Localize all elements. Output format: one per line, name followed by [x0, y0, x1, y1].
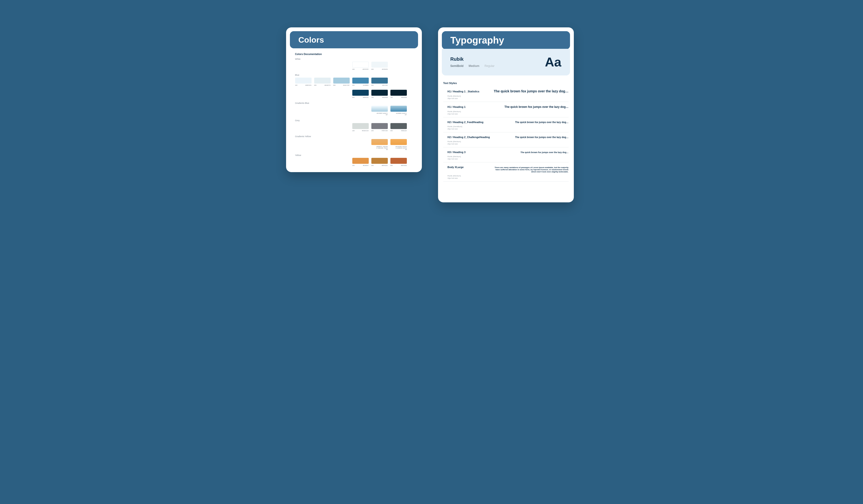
swatch-strip: #F4FBFF #A6CCDF#4288B1 #A6CCDF	[295, 106, 413, 115]
swatch-meta: 200#E4EFF3	[314, 85, 330, 86]
font-panel-left: Rubik SemiBold Medium Regular	[450, 56, 499, 67]
swatch-hex: #F0F6F9	[382, 68, 388, 70]
swatch-level: 100	[352, 68, 355, 70]
swatch-meta: 100#EBF4FA	[295, 85, 312, 86]
text-style-sample: The quick brown fox jumps over the lazy …	[504, 105, 568, 109]
color-chip	[390, 158, 407, 164]
colors-card: Colors Colors Documentation White100#FFF…	[286, 27, 422, 172]
color-chip	[352, 123, 369, 129]
swatch-meta: 100#E39547	[352, 165, 369, 166]
swatch-level: 300	[390, 165, 393, 166]
swatch: #F4AE5B, EFA248, E99D44, EFA248	[390, 139, 407, 150]
color-chip	[390, 123, 407, 129]
text-style-name: H1 / Heading 1	[443, 105, 466, 108]
text-style-head: H3 / Heading 3The quick brown fox jumps …	[443, 151, 568, 153]
swatch: 200#7B7C84	[371, 123, 388, 131]
swatch: 700#062638	[371, 90, 388, 98]
swatch-meta: 600#0B4161	[352, 97, 369, 98]
swatch: 700#062638	[390, 90, 407, 98]
color-row-label: White	[295, 58, 413, 60]
swatch-meta: 500#367295	[371, 85, 388, 86]
color-chip	[352, 62, 369, 67]
colors-banner-title: Colors	[299, 35, 324, 45]
swatch-strip: #EBB371, EEA958, EBA451, F0AA58#F4AE5B, …	[295, 139, 413, 150]
swatch-hex: #EBF4FA	[305, 85, 312, 86]
swatch-hex: #062638	[401, 97, 407, 98]
text-style-row: H2 / Heading 2_ChallengeHeadingThe quick…	[443, 133, 568, 147]
swatch-hex: #E39547	[363, 165, 368, 166]
swatch-empty	[333, 62, 350, 70]
text-style-sample: The quick brown fox jumps over the lazy …	[494, 89, 568, 93]
color-chip	[352, 90, 369, 96]
swatch-empty	[295, 139, 312, 150]
swatch-hex: #A6CCDF	[343, 85, 349, 86]
color-row: 600#0B4161700#062638700#062638	[295, 90, 413, 98]
swatch-strip: 100#EBF4FA200#E4EFF3300#A6CCDF400#4288B1…	[295, 78, 413, 86]
font-weights: SemiBold Medium Regular	[450, 64, 499, 67]
color-chip	[371, 78, 388, 84]
color-row-label: Yellow	[295, 154, 413, 156]
swatch-meta: 700#062638	[371, 97, 388, 98]
text-styles-label: Text Styles	[443, 81, 570, 85]
swatch-empty	[314, 123, 330, 131]
swatch-hex: #4288B1	[363, 85, 368, 86]
typography-card: Typography Rubik SemiBold Medium Regular…	[438, 27, 574, 202]
text-style-head: H1 / Heading 1The quick brown fox jumps …	[443, 105, 568, 109]
color-row: White100#FFFFFF200#F0F6F9	[295, 58, 413, 70]
text-style-size: 20px font size	[443, 128, 568, 130]
text-style-row: H1 / Heading 1The quick brown fox jumps …	[443, 102, 568, 117]
swatch-hex: #596164	[401, 130, 407, 131]
swatch-strip: 100#D6DCDA200#7B7C84300#596164	[295, 123, 413, 131]
text-style-row: H1 / Heading 1 _StatisticsThe quick brow…	[443, 86, 568, 102]
swatch: 100#D6DCDA	[352, 123, 369, 131]
swatch: 100#FFFFFF	[352, 62, 369, 70]
text-style-name: H3 / Heading 3	[443, 151, 466, 153]
font-name: Rubik	[450, 56, 499, 62]
swatch-hex: #D6DCDA	[362, 130, 368, 131]
text-style-size: 28px font size	[443, 98, 568, 99]
text-style-head: Body XLargeThere are many variations of …	[443, 166, 568, 173]
typography-banner-title: Typography	[450, 35, 504, 46]
text-style-name: H2 / Heading 2_FeedHeading	[443, 121, 484, 124]
color-chip	[390, 106, 407, 112]
swatch-empty	[295, 158, 312, 166]
swatch-level: 500	[371, 85, 374, 86]
text-style-font: Rubik (Medium)	[443, 111, 568, 113]
color-row-label: Gradients Yellow	[295, 135, 413, 138]
swatch-level: 300	[390, 130, 393, 131]
color-chip	[371, 139, 388, 145]
text-style-name: H1 / Heading 1 _Statistics	[443, 90, 479, 93]
text-style-font: Rubik (Medium)	[443, 155, 568, 158]
swatch-empty	[333, 139, 350, 150]
swatch-empty	[314, 158, 330, 166]
swatch-meta: 700#062638	[390, 97, 407, 98]
swatch: 200#F0F6F9	[371, 62, 388, 70]
color-chip	[295, 78, 312, 84]
text-style-sample: There are many variations of passages of…	[490, 166, 568, 173]
swatch: #EBB371, EEA958, EBA451, F0AA58	[371, 139, 388, 150]
swatch-hex: #BF6536	[401, 165, 407, 166]
swatch-meta: 100#D6DCDA	[352, 130, 369, 131]
color-chip	[371, 123, 388, 129]
color-rows: White100#FFFFFF200#F0F6F9Blue100#EBF4FA2…	[290, 58, 418, 166]
weight-medium: Medium	[468, 64, 479, 67]
color-chip	[352, 158, 369, 164]
color-chip	[371, 158, 388, 164]
swatch-level: 200	[371, 68, 374, 70]
swatch: #4288B1 #A6CCDF	[390, 106, 407, 115]
swatch: 200#E4EFF3	[314, 78, 330, 86]
swatch: 300#A6CCDF	[333, 78, 350, 86]
text-style-name: H2 / Heading 2_ChallengeHeading	[443, 136, 490, 139]
swatch-hex: #4288B1 #A6CCDF	[396, 113, 407, 115]
swatch-meta: 100#FFFFFF	[352, 68, 369, 70]
color-row-label: Gradients Blue	[295, 102, 413, 104]
text-style-row: H2 / Heading 2_FeedHeadingThe quick brow…	[443, 117, 568, 133]
color-chip	[371, 62, 388, 67]
color-row: Gradients Blue#F4FBFF #A6CCDF#4288B1 #A6…	[295, 102, 413, 115]
swatch-empty	[314, 106, 330, 115]
text-style-head: H2 / Heading 2_ChallengeHeadingThe quick…	[443, 136, 568, 139]
color-row: Gradients Yellow#EBB371, EEA958, EBA451,…	[295, 135, 413, 150]
swatch-level: 200	[371, 165, 374, 166]
swatch-meta: 300#596164	[390, 130, 407, 131]
text-style-font: Rubik (Medium)	[443, 95, 568, 97]
